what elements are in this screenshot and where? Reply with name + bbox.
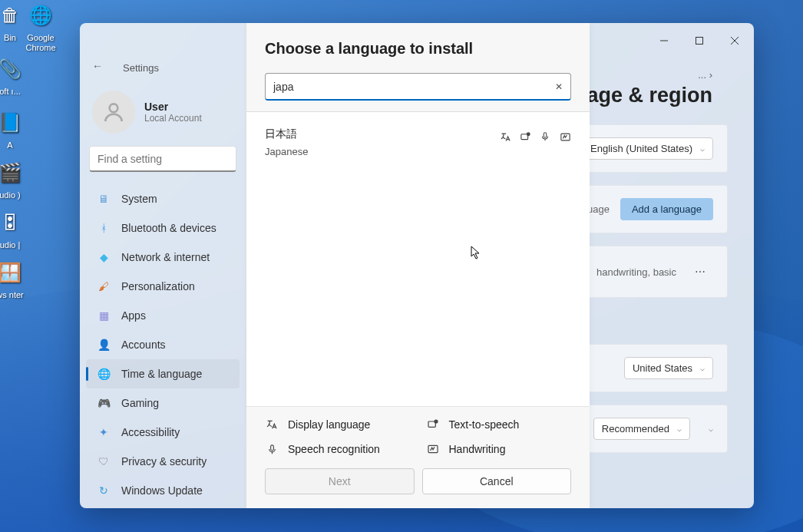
nav-label: Accounts bbox=[121, 339, 166, 351]
speech-recognition-icon bbox=[539, 131, 551, 143]
app-title: Settings bbox=[123, 62, 159, 74]
icon-label: oft ı... bbox=[0, 87, 21, 97]
desktop-icon[interactable]: 📘A bbox=[0, 107, 37, 150]
nav-label: Personalization bbox=[121, 280, 195, 292]
desktop-icon[interactable]: 📎oft ı... bbox=[0, 54, 37, 97]
nav-icon: ▦ bbox=[97, 309, 111, 322]
desktop-icon[interactable]: 🎬udio ) bbox=[0, 157, 37, 200]
settings-search[interactable] bbox=[89, 146, 236, 172]
format-value: Recommended bbox=[602, 423, 669, 435]
text-to-speech-icon bbox=[426, 418, 440, 431]
app-icon: 🎛 bbox=[0, 207, 25, 238]
nav-item-gaming[interactable]: 🎮Gaming bbox=[86, 388, 240, 418]
nav-label: Accessibility bbox=[121, 426, 180, 438]
language-search-input[interactable] bbox=[273, 81, 555, 93]
nav-item-privacy-security[interactable]: 🛡Privacy & security bbox=[86, 447, 240, 476]
preferred-languages-sub: uage bbox=[587, 203, 610, 215]
maximize-button[interactable] bbox=[682, 28, 717, 53]
nav-item-bluetooth-devices[interactable]: ᚼBluetooth & devices bbox=[86, 213, 240, 243]
chevron-down-icon: ⌵ bbox=[677, 425, 682, 433]
back-button[interactable]: ← bbox=[92, 60, 107, 75]
cancel-button[interactable]: Cancel bbox=[422, 468, 572, 494]
nav-item-windows-update[interactable]: ↻Windows Update bbox=[86, 476, 240, 505]
nav-icon: ᚼ bbox=[97, 221, 111, 235]
nav-label: Windows Update bbox=[121, 484, 203, 497]
language-results: 日本語 Japanese bbox=[246, 111, 590, 406]
avatar-icon bbox=[92, 91, 135, 134]
svg-point-6 bbox=[527, 132, 530, 135]
close-button[interactable] bbox=[717, 28, 752, 53]
feature-legend: Display language Text-to-speech Speech r… bbox=[265, 418, 571, 456]
nav-icon: ↻ bbox=[97, 484, 111, 497]
nav-item-accounts[interactable]: 👤Accounts bbox=[86, 330, 240, 359]
desktop-icon[interactable]: 🪟ws nter bbox=[0, 257, 37, 300]
region-value: United States bbox=[633, 362, 692, 374]
dialog-title: Choose a language to install bbox=[265, 40, 571, 58]
nav-label: Bluetooth & devices bbox=[121, 222, 216, 234]
nav-icon: 🖌 bbox=[97, 279, 111, 293]
sidebar: ← Settings User Local Account 🖥SystemᚼBl… bbox=[80, 58, 246, 508]
svg-point-4 bbox=[110, 104, 118, 112]
app-icon: 🎬 bbox=[0, 157, 25, 188]
nav-item-system[interactable]: 🖥System bbox=[86, 184, 240, 213]
app-icon: 🪟 bbox=[0, 257, 25, 288]
nav-icon: 🎮 bbox=[97, 396, 111, 410]
settings-window: ← Settings User Local Account 🖥SystemᚼBl… bbox=[80, 23, 754, 508]
search-input[interactable] bbox=[97, 153, 232, 165]
next-button[interactable]: Next bbox=[265, 468, 415, 494]
nav-item-apps[interactable]: ▦Apps bbox=[86, 301, 240, 330]
svg-point-10 bbox=[435, 420, 438, 423]
speech-recognition-icon bbox=[265, 442, 279, 456]
feature-label: Text-to-speech bbox=[449, 418, 520, 431]
language-result-japanese[interactable]: 日本語 Japanese bbox=[265, 123, 571, 162]
svg-rect-7 bbox=[544, 133, 547, 137]
format-select[interactable]: Recommended ⌵ bbox=[593, 418, 690, 440]
clear-icon[interactable]: ✕ bbox=[555, 81, 563, 92]
feature-label: Speech recognition bbox=[288, 443, 380, 455]
nav-icon: 🛡 bbox=[97, 454, 111, 468]
handwriting-icon bbox=[426, 442, 440, 456]
add-language-dialog: Choose a language to install ✕ 日本語 Japan… bbox=[246, 23, 590, 508]
nav-icon: 🖥 bbox=[97, 192, 111, 206]
desktop-icon[interactable]: 🌐Google Chrome bbox=[14, 0, 68, 53]
chevron-down-icon: ⌵ bbox=[700, 144, 705, 153]
app-icon: 📎 bbox=[0, 54, 25, 84]
nav-item-time-language[interactable]: 🌐Time & language bbox=[86, 359, 240, 388]
more-button[interactable]: ⋯ bbox=[687, 259, 713, 285]
region-select[interactable]: United States ⌵ bbox=[624, 357, 713, 379]
nav-label: Privacy & security bbox=[121, 455, 207, 468]
language-native: 日本語 bbox=[265, 127, 308, 141]
text-to-speech-icon bbox=[519, 131, 531, 143]
nav-label: Network & internet bbox=[121, 251, 210, 263]
display-language-icon bbox=[499, 131, 511, 143]
nav-icon: 🌐 bbox=[97, 367, 111, 381]
user-profile[interactable]: User Local Account bbox=[86, 81, 240, 146]
expand-icon[interactable]: ⌵ bbox=[709, 425, 713, 433]
user-account: Local Account bbox=[144, 113, 202, 124]
feature-icons bbox=[499, 131, 571, 143]
desktop-icon[interactable]: 🎛udio | bbox=[0, 207, 37, 250]
icon-label: udio ) bbox=[0, 190, 21, 200]
icon-label: A bbox=[7, 140, 12, 150]
nav-icon: ◆ bbox=[97, 250, 111, 264]
nav-item-network-internet[interactable]: ◆Network & internet bbox=[86, 243, 240, 272]
nav-label: System bbox=[121, 193, 157, 205]
svg-rect-11 bbox=[270, 444, 273, 450]
nav-list: 🖥SystemᚼBluetooth & devices◆Network & in… bbox=[86, 184, 240, 505]
display-language-select[interactable]: English (United States) ⌵ bbox=[582, 137, 713, 160]
nav-icon: 👤 bbox=[97, 338, 111, 352]
icon-label: udio | bbox=[0, 240, 20, 250]
add-language-button[interactable]: Add a language bbox=[620, 198, 713, 220]
svg-rect-1 bbox=[696, 38, 703, 45]
nav-item-personalization[interactable]: 🖌Personalization bbox=[86, 272, 240, 301]
app-icon: 📘 bbox=[0, 107, 25, 138]
display-language-icon bbox=[265, 418, 279, 431]
language-search[interactable]: ✕ bbox=[265, 73, 571, 101]
language-english: Japanese bbox=[265, 146, 308, 157]
nav-item-accessibility[interactable]: ✦Accessibility bbox=[86, 418, 240, 447]
minimize-button[interactable] bbox=[646, 28, 682, 53]
app-icon: 🌐 bbox=[25, 0, 56, 31]
display-language-value: English (United States) bbox=[590, 143, 692, 154]
icon-label: ws nter bbox=[0, 290, 24, 300]
nav-icon: ✦ bbox=[97, 425, 111, 439]
